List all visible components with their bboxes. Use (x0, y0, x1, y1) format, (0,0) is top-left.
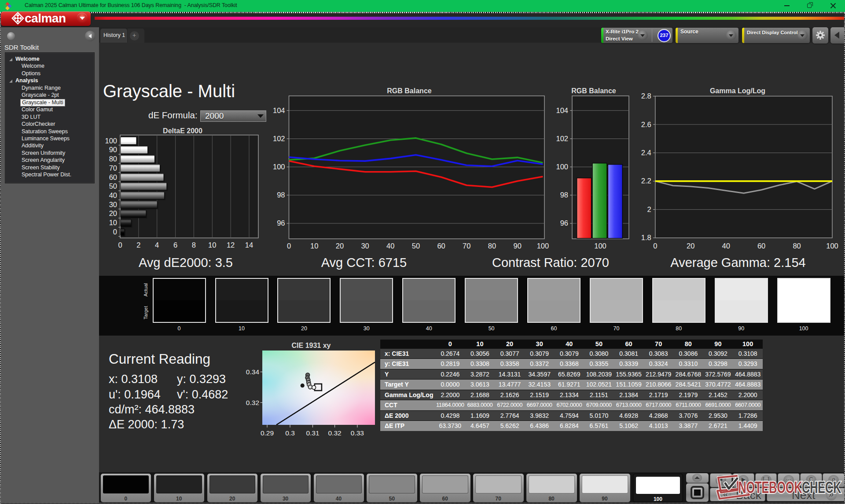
svg-text:60: 60 (757, 242, 765, 250)
svg-text:20: 20 (109, 209, 117, 217)
svg-text:0: 0 (653, 242, 657, 250)
svg-text:50: 50 (109, 182, 117, 190)
svg-text:0.33: 0.33 (351, 429, 364, 437)
svg-text:6: 6 (173, 241, 177, 249)
svg-text:40: 40 (109, 191, 117, 199)
svg-text:1.8: 1.8 (641, 234, 651, 241)
svg-text:DeltaE 2000: DeltaE 2000 (163, 127, 202, 135)
svg-text:CIE 1931 xy: CIE 1931 xy (292, 342, 331, 349)
svg-text:90: 90 (514, 242, 522, 250)
svg-text:100: 100 (537, 242, 549, 250)
svg-text:102: 102 (273, 135, 285, 142)
svg-text:100: 100 (273, 163, 285, 171)
svg-text:4: 4 (155, 241, 159, 249)
svg-text:96: 96 (560, 219, 568, 227)
svg-text:40: 40 (386, 242, 394, 250)
svg-text:10: 10 (310, 242, 318, 250)
svg-text:12: 12 (227, 241, 235, 249)
svg-text:20: 20 (687, 242, 694, 250)
svg-text:2.4: 2.4 (641, 149, 651, 157)
svg-text:14: 14 (245, 241, 253, 249)
svg-text:40: 40 (722, 242, 730, 250)
svg-text:80: 80 (488, 242, 496, 250)
svg-text:96: 96 (277, 219, 285, 227)
svg-text:70: 70 (109, 164, 117, 172)
svg-text:60: 60 (437, 242, 445, 250)
svg-text:RGB Balance: RGB Balance (571, 87, 616, 95)
svg-text:100: 100 (556, 163, 568, 171)
svg-text:104: 104 (273, 106, 285, 114)
svg-text:0.34: 0.34 (246, 368, 260, 376)
svg-text:2: 2 (136, 241, 140, 249)
svg-text:60: 60 (109, 173, 117, 181)
svg-text:8: 8 (192, 241, 196, 249)
svg-text:20: 20 (336, 242, 344, 250)
svg-text:RGB Balance: RGB Balance (387, 87, 431, 95)
svg-text:80: 80 (793, 242, 801, 250)
svg-text:0: 0 (287, 242, 291, 250)
svg-text:30: 30 (109, 201, 117, 208)
svg-text:NOTEBOOK: NOTEBOOK (738, 478, 802, 497)
svg-text:10: 10 (208, 241, 216, 249)
svg-text:0: 0 (118, 241, 122, 249)
svg-text:100: 100 (594, 242, 606, 250)
svg-text:0.32: 0.32 (246, 399, 259, 406)
svg-text:102: 102 (556, 135, 568, 142)
svg-text:98: 98 (277, 191, 285, 199)
svg-text:0.29: 0.29 (261, 429, 274, 437)
svg-text:104: 104 (556, 106, 568, 114)
svg-text:30: 30 (361, 242, 369, 250)
svg-text:CHECK: CHECK (802, 478, 841, 497)
svg-text:98: 98 (560, 191, 568, 199)
svg-text:2.2: 2.2 (641, 177, 651, 185)
svg-text:0.32: 0.32 (328, 429, 342, 437)
svg-text:80: 80 (109, 155, 117, 163)
svg-text:0.31: 0.31 (306, 429, 319, 437)
svg-text:10: 10 (109, 219, 117, 226)
svg-text:0: 0 (113, 228, 117, 236)
svg-text:0.3: 0.3 (285, 429, 295, 437)
svg-text:90: 90 (109, 146, 117, 153)
svg-text:2.6: 2.6 (641, 121, 651, 128)
svg-text:2.8: 2.8 (641, 92, 651, 100)
svg-text:50: 50 (412, 242, 420, 250)
svg-text:Gamma Log/Log: Gamma Log/Log (710, 87, 765, 95)
svg-text:100: 100 (826, 242, 838, 250)
svg-text:100: 100 (105, 137, 117, 145)
svg-text:2: 2 (647, 205, 651, 213)
svg-text:70: 70 (463, 242, 470, 250)
